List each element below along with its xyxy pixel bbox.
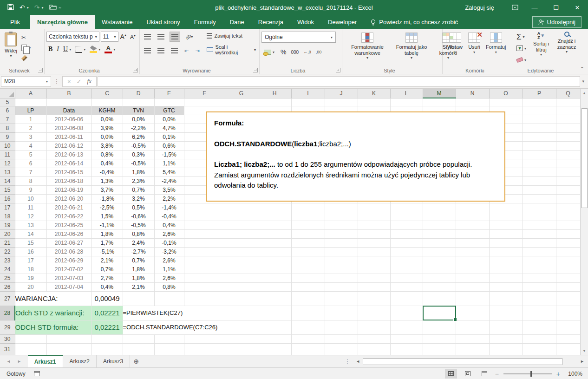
sheet-tab-arkusz1[interactable]: Arkusz1 bbox=[28, 355, 63, 367]
cell[interactable] bbox=[523, 238, 556, 247]
cell-C11[interactable]: 0,8% bbox=[91, 150, 123, 159]
cell[interactable] bbox=[358, 98, 390, 106]
cell[interactable] bbox=[225, 256, 258, 265]
tab-dane[interactable]: Dane bbox=[223, 15, 251, 29]
cell[interactable] bbox=[358, 343, 390, 355]
cell[interactable] bbox=[325, 256, 358, 265]
cell[interactable] bbox=[390, 274, 423, 282]
cell[interactable] bbox=[423, 343, 456, 355]
row-header-31[interactable]: 31 bbox=[0, 343, 15, 355]
cell-A21[interactable]: 15 bbox=[15, 238, 46, 247]
cell-E14[interactable]: -2,4% bbox=[154, 176, 184, 185]
sheet-next-icon[interactable]: ► bbox=[17, 359, 21, 364]
cell[interactable] bbox=[358, 274, 390, 282]
column-header-M[interactable]: M bbox=[423, 89, 456, 98]
column-header-G[interactable]: G bbox=[225, 89, 258, 98]
cell[interactable] bbox=[358, 247, 390, 256]
cell[interactable] bbox=[225, 98, 258, 106]
cell[interactable] bbox=[390, 203, 423, 212]
cell[interactable] bbox=[456, 265, 489, 274]
cell-B19[interactable]: 2012-06-25 bbox=[46, 221, 91, 229]
row-header-21[interactable]: 21 bbox=[0, 238, 15, 247]
cell[interactable] bbox=[523, 194, 556, 203]
cell[interactable] bbox=[258, 212, 291, 221]
cell[interactable] bbox=[15, 98, 46, 106]
cell[interactable] bbox=[184, 291, 225, 306]
cell[interactable] bbox=[123, 343, 154, 355]
cell-E23[interactable]: 2,6% bbox=[154, 256, 184, 265]
cell-B14[interactable]: 2012-06-18 bbox=[46, 176, 91, 185]
cell[interactable] bbox=[556, 334, 580, 343]
cell-A20[interactable]: 14 bbox=[15, 229, 46, 238]
undo-icon[interactable]: ↶ bbox=[20, 4, 25, 11]
cell[interactable] bbox=[390, 238, 423, 247]
cell-D12[interactable]: -0,5% bbox=[123, 159, 154, 168]
find-select-button[interactable]: Znajdź i zaznacz ▾ bbox=[554, 31, 580, 55]
row-header-28[interactable]: 28 bbox=[0, 306, 15, 320]
cell[interactable] bbox=[258, 343, 291, 355]
cell[interactable] bbox=[390, 320, 423, 334]
zoom-out-icon[interactable]: − bbox=[495, 370, 499, 378]
row-header-11[interactable]: 11 bbox=[0, 150, 15, 159]
cell[interactable] bbox=[184, 98, 225, 106]
cell-B8[interactable]: 2012-06-08 bbox=[46, 124, 91, 132]
cut-button[interactable]: ✂ bbox=[20, 33, 32, 43]
cell[interactable] bbox=[358, 306, 390, 320]
cell[interactable] bbox=[225, 291, 258, 306]
shrink-font-button[interactable]: A▾ bbox=[128, 33, 137, 40]
cell-C20[interactable]: 1,8% bbox=[91, 229, 123, 238]
cell-D26[interactable]: 2,1% bbox=[123, 282, 154, 291]
align-bottom-button[interactable] bbox=[170, 32, 180, 42]
cell[interactable] bbox=[456, 203, 489, 212]
cell[interactable] bbox=[225, 229, 258, 238]
cell-C13[interactable]: -0,4% bbox=[91, 168, 123, 176]
cell[interactable] bbox=[325, 212, 358, 221]
cell-D21[interactable]: 2,4% bbox=[123, 238, 154, 247]
cell[interactable] bbox=[523, 221, 556, 229]
cell[interactable] bbox=[556, 168, 580, 176]
row-header-18[interactable]: 18 bbox=[0, 212, 15, 221]
cell[interactable] bbox=[358, 320, 390, 334]
row-header-17[interactable]: 17 bbox=[0, 203, 15, 212]
cell[interactable] bbox=[523, 256, 556, 265]
cell[interactable] bbox=[523, 247, 556, 256]
cell-B16[interactable]: 2012-06-20 bbox=[46, 194, 91, 203]
conditional-formatting-button[interactable]: Formatowanie warunkowe ▾ bbox=[344, 31, 391, 62]
cell[interactable] bbox=[556, 343, 580, 355]
cell-E20[interactable]: 2,6% bbox=[154, 229, 184, 238]
cell-E17[interactable]: -1,4% bbox=[154, 203, 184, 212]
cell[interactable] bbox=[556, 265, 580, 274]
column-header-C[interactable]: C bbox=[91, 89, 123, 98]
row-header-20[interactable]: 20 bbox=[0, 229, 15, 238]
row-header-9[interactable]: 9 bbox=[0, 132, 15, 141]
cell[interactable] bbox=[390, 229, 423, 238]
cell[interactable] bbox=[390, 291, 423, 306]
cell-B11[interactable]: 2012-06-13 bbox=[46, 150, 91, 159]
cell[interactable] bbox=[556, 320, 580, 334]
column-header-O[interactable]: O bbox=[489, 89, 523, 98]
cell[interactable] bbox=[184, 247, 225, 256]
cell-D18[interactable]: -0,6% bbox=[123, 212, 154, 221]
cell[interactable] bbox=[456, 221, 489, 229]
zoom-level[interactable]: 100% bbox=[565, 371, 582, 377]
cell[interactable] bbox=[184, 265, 225, 274]
cell-D10[interactable]: -0,5% bbox=[123, 141, 154, 150]
cell[interactable] bbox=[556, 212, 580, 221]
cell[interactable] bbox=[523, 159, 556, 168]
cell[interactable] bbox=[423, 98, 456, 106]
cell-C12[interactable]: 0,4% bbox=[91, 159, 123, 168]
format-painter-button[interactable] bbox=[20, 53, 32, 63]
cell[interactable] bbox=[456, 306, 489, 320]
cell[interactable] bbox=[556, 98, 580, 106]
cell-E10[interactable]: 0,6% bbox=[154, 141, 184, 150]
cell[interactable] bbox=[154, 98, 184, 106]
sheet-prev-icon[interactable]: ◄ bbox=[7, 359, 11, 364]
close-button[interactable]: ✕ bbox=[567, 0, 588, 15]
tab-wstawianie[interactable]: Wstawianie bbox=[95, 15, 139, 29]
cell[interactable] bbox=[423, 274, 456, 282]
cell[interactable] bbox=[325, 229, 358, 238]
row-header-30[interactable]: 30 bbox=[0, 334, 15, 343]
cell[interactable] bbox=[456, 238, 489, 247]
row-header-25[interactable]: 25 bbox=[0, 274, 15, 282]
cell-B10[interactable]: 2012-06-12 bbox=[46, 141, 91, 150]
